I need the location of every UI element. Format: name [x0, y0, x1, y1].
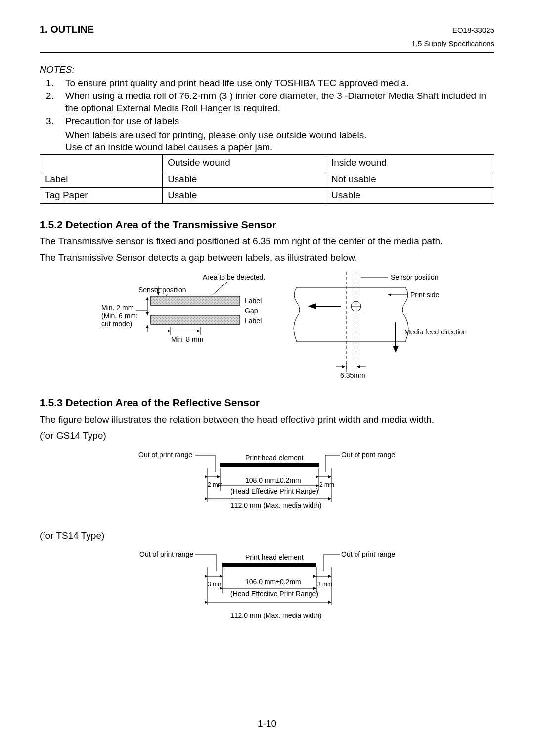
diag-label: Sensor position [138, 286, 186, 294]
diag-label: Print head element [245, 454, 304, 462]
diag-label: (Head Effective Print Range) [230, 487, 318, 495]
svg-marker-27 [393, 346, 399, 353]
diag-label: Print side [410, 291, 440, 299]
diag-label: 3 mm [317, 581, 332, 588]
doc-id: EO18-33025 [452, 26, 494, 34]
diag-label: Media feed direction [404, 328, 467, 336]
diag-label: Print head element [245, 553, 304, 561]
section-1-5-2-p1: The Transmissive sensor is fixed and pos… [40, 236, 494, 248]
svg-rect-52 [222, 563, 316, 567]
table-cell: Usable [326, 187, 494, 203]
diag-label: (Head Effective Print Range) [230, 590, 318, 598]
section-title: 1. OUTLINE [40, 24, 94, 35]
table-cell: Label [40, 171, 163, 187]
table-row: Tag Paper Usable Usable [40, 187, 494, 203]
subsection-ref: 1.5 Supply Specifications [40, 39, 494, 47]
transmissive-sensor-diagram: Area to be detected. Sensor position Lab… [40, 268, 494, 389]
ts14-type-label: (for TS14 Type) [40, 530, 494, 542]
diag-label: Sensor position [391, 273, 439, 281]
table-cell: Usable [163, 171, 326, 187]
note-item-3: Precaution for use of labels [56, 115, 494, 127]
notes-heading: NOTES: [40, 64, 494, 75]
diag-label: 112.0 mm (Max. media width) [230, 501, 321, 509]
diag-label: 3 mm [208, 581, 222, 588]
table-cell: Inside wound [326, 154, 494, 171]
section-1-5-2-title: 1.5.2 Detection Area of the Transmissive… [40, 219, 494, 231]
section-1-5-3-title: 1.5.3 Detection Area of the Reflective S… [40, 397, 494, 409]
note-item-2: When using a media roll of 76.2-mm (3 ) … [56, 90, 494, 114]
diag-label: 112.0 mm (Max. media width) [230, 612, 321, 619]
diag-label: Out of print range [138, 451, 192, 459]
svg-rect-3 [151, 296, 240, 305]
wound-table: Outside wound Inside wound Label Usable … [40, 154, 494, 204]
diag-label: Gap [245, 307, 258, 315]
gs14-diagram: Out of print range Print head element Ou… [40, 446, 494, 518]
diag-label: 2 mm [319, 481, 334, 488]
diag-label: 106.0 mm±0.2mm [245, 578, 301, 586]
table-cell: Usable [163, 187, 326, 203]
diag-label: Area to be detected. [203, 273, 265, 281]
diag-label: cut mode) [101, 320, 132, 328]
diag-label: Out of print range [341, 451, 395, 459]
diag-label: Min. 2 mm [101, 304, 134, 312]
svg-marker-24 [308, 303, 316, 309]
diag-label: Out of print range [341, 550, 395, 558]
table-cell: Not usable [326, 171, 494, 187]
diag-label: 2 mm [208, 481, 222, 488]
section-1-5-2-p2: The Transmissive Sensor detects a gap be… [40, 252, 494, 264]
table-cell [40, 154, 163, 171]
diag-label: Label [245, 317, 262, 325]
diag-label: 108.0 mm±0.2mm [245, 476, 301, 484]
svg-line-0 [213, 282, 227, 295]
table-cell: Tag Paper [40, 187, 163, 203]
notes-list: To ensure print quality and print head l… [40, 77, 494, 127]
section-1-5-3-p1: The figure below illustrates the relatio… [40, 414, 494, 426]
svg-rect-39 [220, 463, 319, 467]
page-number: 1-10 [0, 718, 534, 729]
note-3-line-3: Use of an inside wound label causes a pa… [65, 142, 494, 153]
table-row: Label Usable Not usable [40, 171, 494, 187]
table-cell: Outside wound [163, 154, 326, 171]
diag-label: (Min. 6 mm: [101, 312, 138, 320]
gs14-type-label: (for GS14 Type) [40, 430, 494, 442]
note-3-line-2: When labels are used for printing, pleas… [65, 129, 494, 141]
header-separator [40, 52, 494, 53]
svg-rect-5 [151, 315, 240, 324]
diag-label: Out of print range [139, 550, 193, 558]
table-row-header: Outside wound Inside wound [40, 154, 494, 171]
ts14-diagram: Out of print range Print head element Ou… [40, 546, 494, 627]
note-item-1: To ensure print quality and print head l… [56, 77, 494, 89]
diag-label: 6.35mm [340, 371, 365, 379]
diag-label: Label [245, 297, 262, 305]
diag-label: Min. 8 mm [171, 335, 203, 343]
